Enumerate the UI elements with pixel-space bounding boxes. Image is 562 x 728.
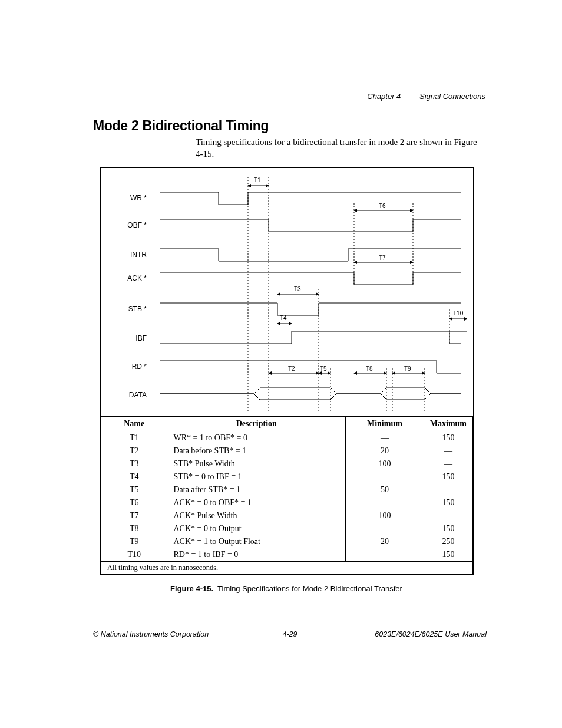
header-section: Signal Connections [419,92,485,101]
col-min: Minimum [346,417,424,431]
table-row: T9ACK* = 1 to Output Float20250 [101,535,473,548]
signal-label-wr: WR * [101,194,147,202]
timing-diagram: WR * OBF * INTR ACK * STB * IBF RD * DAT… [101,168,473,416]
cell-min: — [346,431,424,445]
cell-max: — [424,483,472,496]
cell-name: T1 [101,431,167,445]
marker-t2: T2 [288,365,295,372]
timing-table: Name Description Minimum Maximum T1WR* =… [101,416,473,575]
cell-name: T8 [101,522,167,535]
marker-t4: T4 [280,315,287,321]
marker-t3: T3 [294,286,301,292]
cell-desc: ACK* = 1 to Output Float [167,535,346,548]
cell-desc: STB* Pulse Width [167,457,346,470]
cell-min: 20 [346,535,424,548]
cell-max: — [424,444,472,457]
cell-name: T3 [101,457,167,470]
table-note-row: All timing values are in nanoseconds. [101,562,473,575]
cell-max: 150 [424,522,472,535]
cell-max: — [424,509,472,522]
cell-desc: ACK* Pulse Width [167,509,346,522]
cell-name: T2 [101,444,167,457]
table-header-row: Name Description Minimum Maximum [101,417,473,431]
marker-t6: T6 [379,203,386,209]
signal-label-rd: RD * [101,363,147,371]
table-row: T5Data after STB* = 150— [101,483,473,496]
timing-svg: T1 T6 T7 T3 T4 T10 T2 [154,168,467,416]
cell-name: T5 [101,483,167,496]
marker-t5: T5 [320,365,327,372]
cell-desc: Data after STB* = 1 [167,483,346,496]
cell-max: 150 [424,496,472,509]
cell-min: 100 [346,457,424,470]
cell-name: T7 [101,509,167,522]
cell-min: — [346,522,424,535]
signal-label-ack: ACK * [101,274,147,282]
table-row: T6ACK* = 0 to OBF* = 1—150 [101,496,473,509]
cell-max: 250 [424,535,472,548]
figure-caption: Figure 4-15. Timing Specifications for M… [100,584,472,593]
table-row: T1WR* = 1 to OBF* = 0—150 [101,431,473,445]
marker-t10: T10 [453,310,464,317]
cell-name: T4 [101,470,167,483]
col-desc: Description [167,417,346,431]
header-chapter: Chapter 4 [367,92,401,101]
cell-max: 150 [424,431,472,445]
cell-desc: ACK* = 0 to Output [167,522,346,535]
caption-text: Timing Specifications for Mode 2 Bidirec… [217,584,402,593]
col-name: Name [101,417,167,431]
table-row: T2Data before STB* = 120— [101,444,473,457]
cell-max: 150 [424,470,472,483]
table-row: T4STB* = 0 to IBF = 1—150 [101,470,473,483]
marker-t8: T8 [366,365,373,372]
marker-t7: T7 [379,255,386,261]
signal-label-obf: OBF * [101,221,147,229]
footer-center: 4-29 [93,630,487,638]
marker-t9: T9 [404,365,411,372]
signal-label-ibf: IBF [101,334,147,342]
running-header: Chapter 4 Signal Connections [367,92,485,101]
cell-min: 100 [346,509,424,522]
cell-max: — [424,457,472,470]
caption-label: Figure 4-15. [170,584,213,593]
cell-min: 50 [346,483,424,496]
intro-paragraph: Timing specifications for a bidirectiona… [196,136,485,160]
cell-desc: Data before STB* = 1 [167,444,346,457]
signal-label-data: DATA [101,391,147,399]
cell-name: T10 [101,548,167,562]
cell-name: T9 [101,535,167,548]
cell-min: 20 [346,444,424,457]
cell-min: — [346,496,424,509]
table-row: T8ACK* = 0 to Output—150 [101,522,473,535]
table-note: All timing values are in nanoseconds. [101,562,473,575]
cell-max: 150 [424,548,472,562]
cell-name: T6 [101,496,167,509]
figure-box: WR * OBF * INTR ACK * STB * IBF RD * DAT… [100,167,474,575]
col-max: Maximum [424,417,472,431]
section-title: Mode 2 Bidirectional Timing [93,118,269,134]
cell-desc: RD* = 1 to IBF = 0 [167,548,346,562]
cell-desc: STB* = 0 to IBF = 1 [167,470,346,483]
cell-desc: ACK* = 0 to OBF* = 1 [167,496,346,509]
signal-label-intr: INTR [101,251,147,259]
page: Chapter 4 Signal Connections Mode 2 Bidi… [0,0,562,728]
table-row: T7ACK* Pulse Width100— [101,509,473,522]
cell-desc: WR* = 1 to OBF* = 0 [167,431,346,445]
table-row: T10RD* = 1 to IBF = 0—150 [101,548,473,562]
marker-t1: T1 [254,177,261,183]
cell-min: — [346,470,424,483]
signal-label-stb: STB * [101,305,147,313]
table-row: T3STB* Pulse Width100— [101,457,473,470]
cell-min: — [346,548,424,562]
page-footer: © National Instruments Corporation 4-29 … [93,630,487,638]
